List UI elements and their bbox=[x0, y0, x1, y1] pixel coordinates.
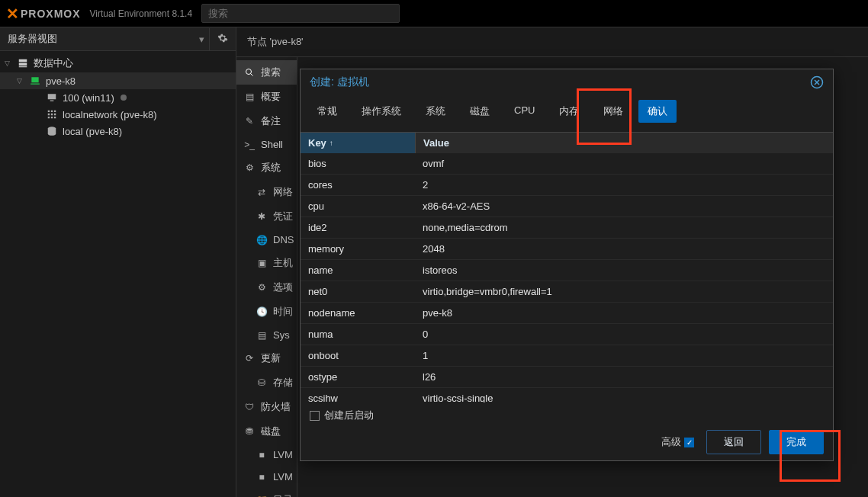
nav-item-目录[interactable]: 📁目录 bbox=[236, 488, 297, 497]
nav-label: LVM bbox=[273, 449, 293, 460]
disk-icon: ⛃ bbox=[244, 426, 255, 437]
checkbox-label: 创建后启动 bbox=[324, 409, 374, 422]
globe-icon: 🌐 bbox=[256, 235, 267, 245]
cell-key: scsihw bbox=[301, 388, 415, 402]
cell-key: net0 bbox=[301, 281, 415, 302]
finish-button[interactable]: 完成 bbox=[769, 430, 824, 454]
cell-value: pve-k8 bbox=[415, 303, 833, 323]
tree-label: pve-k8 bbox=[46, 75, 76, 87]
nav-label: 选项 bbox=[273, 281, 293, 294]
start-after-create-checkbox[interactable]: 创建后启动 bbox=[310, 409, 824, 422]
cell-key: cpu bbox=[301, 196, 415, 216]
nav-item-防火墙[interactable]: 🛡防火墙 bbox=[236, 395, 297, 419]
tree-label: localnetwork (pve-k8) bbox=[63, 109, 157, 120]
node-nav: 搜索▤概要✎备注>_Shell⚙系统⇄网络✱凭证🌐DNS▣主机⚙选项🕓时间▤Sy… bbox=[236, 57, 297, 497]
nav-label: 目录 bbox=[273, 493, 293, 497]
close-icon[interactable] bbox=[810, 75, 824, 89]
nav-item-lvm[interactable]: ■LVM bbox=[236, 466, 297, 488]
nav-item-网络[interactable]: ⇄网络 bbox=[236, 180, 297, 204]
nav-item-sys[interactable]: ▤Sys bbox=[236, 324, 297, 346]
nav-label: 搜索 bbox=[261, 66, 281, 79]
nav-item-主机[interactable]: ▣主机 bbox=[236, 251, 297, 275]
table-row[interactable]: biosovmf bbox=[301, 153, 833, 175]
table-row[interactable]: cores2 bbox=[301, 175, 833, 196]
cell-key: name bbox=[301, 260, 415, 281]
shield-icon: 🛡 bbox=[244, 402, 255, 412]
expander-icon[interactable]: ▽ bbox=[17, 77, 24, 85]
wizard-tab-3[interactable]: 磁盘 bbox=[461, 100, 499, 123]
advanced-toggle[interactable]: 高级 ✓ bbox=[661, 435, 694, 449]
nav-item-搜索[interactable]: 搜索 bbox=[236, 60, 297, 85]
wizard-tab-6[interactable]: 网络 bbox=[594, 100, 632, 123]
tree-storage[interactable]: local (pve-k8) bbox=[0, 123, 236, 139]
gear-icon[interactable] bbox=[209, 28, 236, 50]
nav-item-时间[interactable]: 🕓时间 bbox=[236, 300, 297, 324]
box-icon: ■ bbox=[256, 472, 267, 483]
tree-datacenter[interactable]: ▽ 数据中心 bbox=[0, 54, 236, 72]
nav-item-选项[interactable]: ⚙选项 bbox=[236, 275, 297, 300]
cell-key: numa bbox=[301, 324, 415, 345]
nav-label: LVM bbox=[273, 471, 293, 483]
nav-item-概要[interactable]: ▤概要 bbox=[236, 85, 297, 109]
wizard-tab-2[interactable]: 系统 bbox=[416, 100, 455, 123]
table-row[interactable]: net0virtio,bridge=vmbr0,firewall=1 bbox=[301, 281, 833, 303]
tree-vm-100[interactable]: 100 (win11) bbox=[0, 89, 236, 106]
box-icon: ■ bbox=[256, 450, 267, 460]
wizard-tab-4[interactable]: CPU bbox=[505, 100, 544, 123]
view-selector-label[interactable]: 服务器视图 bbox=[0, 27, 194, 50]
table-row[interactable]: nodenamepve-k8 bbox=[301, 303, 833, 324]
nav-item-dns[interactable]: 🌐DNS bbox=[236, 229, 297, 251]
column-value[interactable]: Value bbox=[415, 133, 833, 153]
nav-label: 更新 bbox=[261, 351, 281, 365]
nav-item-lvm[interactable]: ■LVM bbox=[236, 444, 297, 466]
nav-label: 备注 bbox=[261, 114, 281, 128]
nav-label: 概要 bbox=[261, 90, 281, 104]
dialog-title: 创建: 虚拟机 bbox=[310, 75, 369, 89]
table-row[interactable]: numa0 bbox=[301, 324, 833, 345]
chevron-down-icon[interactable]: ▾ bbox=[194, 34, 209, 45]
wizard-tabs: 常规操作系统系统磁盘CPU内存网络确认 bbox=[301, 95, 833, 133]
table-row[interactable]: ide2none,media=cdrom bbox=[301, 217, 833, 239]
nav-item-更新[interactable]: ⟳更新 bbox=[236, 346, 297, 370]
nav-item-凭证[interactable]: ✱凭证 bbox=[236, 204, 297, 229]
nav-item-备注[interactable]: ✎备注 bbox=[236, 109, 297, 133]
breadcrumb: 节点 'pve-k8' bbox=[236, 27, 868, 57]
checkbox-icon bbox=[310, 411, 320, 421]
nav-label: 系统 bbox=[261, 161, 281, 175]
nav-label: Shell bbox=[261, 139, 283, 150]
table-row[interactable]: scsihwvirtio-scsi-single bbox=[301, 388, 833, 402]
table-header: Key↑ Value bbox=[301, 133, 833, 153]
nav-item-磁盘[interactable]: ⛃磁盘 bbox=[236, 419, 297, 444]
nav-item-存储[interactable]: ⛁存储 bbox=[236, 370, 297, 395]
wizard-tab-1[interactable]: 操作系统 bbox=[352, 100, 410, 123]
cell-value: 2048 bbox=[415, 239, 833, 259]
cell-key: memory bbox=[301, 239, 415, 259]
nav-item-shell[interactable]: >_Shell bbox=[236, 133, 297, 156]
wizard-tab-7[interactable]: 确认 bbox=[638, 100, 677, 123]
back-button[interactable]: 返回 bbox=[706, 430, 761, 454]
expander-icon[interactable]: ▽ bbox=[5, 59, 12, 67]
tree-node-pvek8[interactable]: ▽ pve-k8 bbox=[0, 72, 236, 89]
wizard-tab-0[interactable]: 常规 bbox=[308, 100, 346, 123]
monitor-icon bbox=[46, 91, 58, 104]
nav-item-系统[interactable]: ⚙系统 bbox=[236, 156, 297, 180]
table-row[interactable]: nameistoreos bbox=[301, 260, 833, 281]
wizard-tab-5[interactable]: 内存 bbox=[550, 100, 588, 123]
search-icon bbox=[244, 67, 255, 78]
host-icon: ▣ bbox=[256, 258, 267, 268]
global-search-input[interactable] bbox=[201, 4, 400, 23]
column-key[interactable]: Key↑ bbox=[301, 133, 415, 153]
table-row[interactable]: onboot1 bbox=[301, 345, 833, 367]
summary-table: Key↑ Value biosovmfcores2cpux86-64-v2-AE… bbox=[301, 133, 833, 402]
tree-label: 100 (win11) bbox=[63, 92, 114, 104]
archive-icon: ⛁ bbox=[256, 377, 267, 388]
file-icon: ▤ bbox=[244, 91, 255, 102]
nav-label: 磁盘 bbox=[261, 425, 281, 438]
cell-value: istoreos bbox=[415, 260, 833, 281]
table-row[interactable]: memory2048 bbox=[301, 239, 833, 260]
tree-label: local (pve-k8) bbox=[63, 126, 122, 137]
table-row[interactable]: cpux86-64-v2-AES bbox=[301, 196, 833, 217]
sys-icon: ▤ bbox=[256, 330, 267, 341]
table-row[interactable]: ostypel26 bbox=[301, 367, 833, 388]
tree-network[interactable]: localnetwork (pve-k8) bbox=[0, 106, 236, 123]
